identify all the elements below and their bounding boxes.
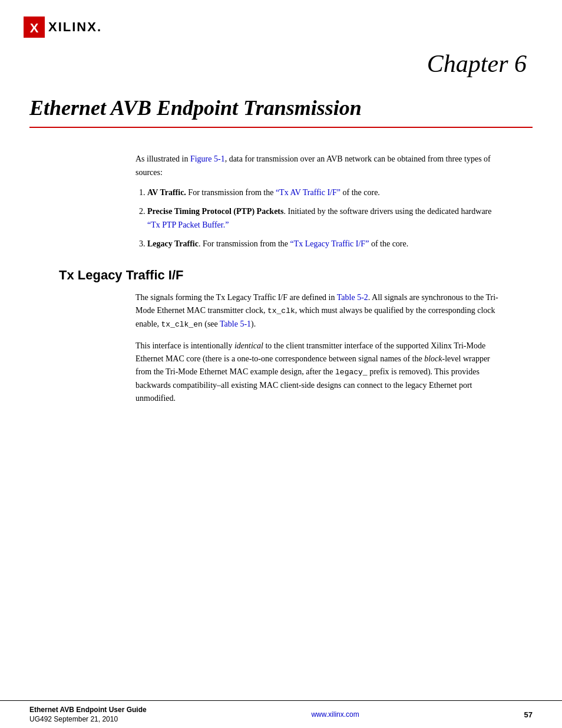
section-body: The signals forming the Tx Legacy Traffi… (29, 291, 533, 406)
page-title: Ethernet AVB Endpoint Transmission (29, 95, 533, 128)
list-item-2-bold: Precise Timing Protocol (PTP) Packets (147, 207, 283, 216)
tx-clk-en-code: tx_clk_en (161, 320, 203, 329)
section-para-1: The signals forming the Tx Legacy Traffi… (135, 291, 503, 331)
tx-av-traffic-link[interactable]: “Tx AV Traffic I/F” (276, 188, 340, 197)
footer-center: www.xilinx.com (311, 710, 359, 719)
section-p1-after-link2: ). (251, 319, 256, 328)
section-p2-italic2: block (424, 354, 442, 363)
section-p1-before-link1: The signals forming the Tx Legacy Traffi… (135, 293, 337, 302)
table-5-2-link[interactable]: Table 5-2 (337, 293, 368, 302)
list-item-2: Precise Timing Protocol (PTP) Packets. I… (147, 205, 503, 232)
footer-page-number: 57 (524, 710, 533, 719)
figure-5-1-link[interactable]: Figure 5-1 (190, 154, 225, 163)
section-p1-before-link2: (see (203, 319, 220, 328)
list-item-1-after: of the core. (340, 188, 380, 197)
list-item-3-after: of the core. (369, 239, 408, 248)
tx-legacy-link[interactable]: “Tx Legacy Traffic I/F” (290, 239, 369, 248)
source-list: AV Traffic. For transmission from the “T… (135, 186, 503, 251)
xilinx-x-icon: X (24, 17, 45, 38)
svg-text:X: X (30, 21, 39, 35)
section-p2-italic1: identical (234, 341, 263, 350)
footer-title: Ethernet AVB Endpoint User Guide (29, 706, 147, 714)
tx-clk-code: tx_clk (267, 307, 295, 315)
list-item-1: AV Traffic. For transmission from the “T… (147, 186, 503, 199)
xilinx-logo: X XILINX. (24, 17, 102, 38)
main-content: As illustrated in Figure 5-1, data for t… (0, 128, 562, 406)
page-title-section: Ethernet AVB Endpoint Transmission (0, 78, 562, 128)
intro-paragraph: As illustrated in Figure 5-1, data for t… (135, 153, 503, 179)
footer-subtitle: UG492 September 21, 2010 (29, 715, 147, 723)
section-heading: Tx Legacy Traffic I/F (29, 268, 533, 283)
chapter-heading: Chapter 6 (0, 38, 562, 78)
list-item-1-text: For transmission from the (186, 188, 276, 197)
list-item-2-text: . Initiated by the software drivers usin… (283, 207, 491, 216)
list-item-3-text: . For transmission from the (199, 239, 290, 248)
footer-left: Ethernet AVB Endpoint User Guide UG492 S… (29, 706, 147, 723)
page: X XILINX. Chapter 6 Ethernet AVB Endpoin… (0, 0, 562, 728)
list-item-3: Legacy Traffic. For transmission from th… (147, 238, 503, 251)
footer-website-link[interactable]: www.xilinx.com (311, 710, 359, 719)
table-5-1-link[interactable]: Table 5-1 (220, 319, 251, 328)
intro-text-before: As illustrated in (135, 154, 190, 163)
footer: Ethernet AVB Endpoint User Guide UG492 S… (0, 700, 562, 728)
section-p2-before-italic1: This interface is intentionally (135, 341, 234, 350)
list-item-1-bold: AV Traffic. (147, 188, 186, 197)
legacy-prefix-code: legacy_ (335, 368, 368, 377)
tx-ptp-link[interactable]: “Tx PTP Packet Buffer.” (147, 220, 229, 229)
section-para-2: This interface is intentionally identica… (135, 340, 503, 406)
list-item-3-bold: Legacy Traffic (147, 239, 199, 248)
intro-section: As illustrated in Figure 5-1, data for t… (29, 153, 533, 251)
logo-text: XILINX. (48, 19, 102, 35)
header: X XILINX. (0, 0, 562, 38)
